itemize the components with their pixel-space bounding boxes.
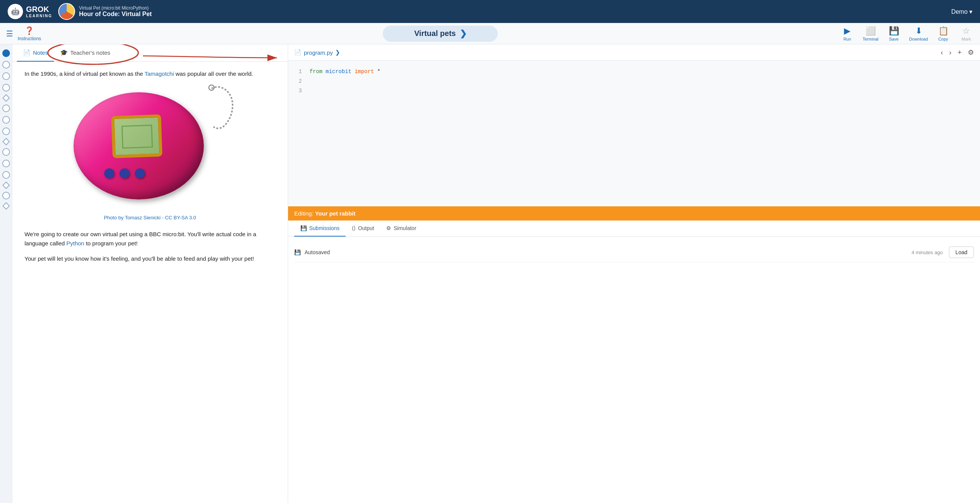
annotation-arrow	[139, 48, 285, 64]
editing-project: Your pet rabbit	[315, 210, 356, 217]
instructions-label: Instructions	[18, 36, 41, 41]
filename-display: 📄 program.py ❯	[294, 49, 340, 56]
step-15-diamond[interactable]	[2, 202, 10, 210]
tama-btn-left	[104, 168, 114, 178]
next-lesson-button[interactable]: ❯	[460, 29, 467, 39]
paragraph3: Your pet will let you know how it's feel…	[25, 254, 275, 263]
keyword-import: import	[355, 69, 374, 75]
python-link[interactable]: Python	[66, 240, 84, 247]
tab-submissions[interactable]: 💾 Submissions	[294, 220, 346, 237]
toolbar-left: ☰ ❓ Instructions	[6, 26, 41, 41]
code-panel: 📄 program.py ❯ ‹ › + ⚙ 1 from microbit	[288, 44, 980, 503]
submissions-area: 💾 Autosaved 4 minutes ago Load	[288, 237, 980, 503]
top-header: 🤖 GROK LEARNING Virtual Pet (micro:bit M…	[0, 0, 980, 23]
step-10[interactable]	[2, 148, 10, 156]
autosave-icon: 💾	[294, 249, 301, 255]
copy-button[interactable]: 📋 Copy	[936, 26, 951, 41]
header-left: 🤖 GROK LEARNING Virtual Pet (micro:bit M…	[8, 3, 152, 20]
chain-svg	[204, 85, 234, 131]
editing-bar: Editing: Your pet rabbit	[288, 206, 980, 220]
p2-after: to program your pet!	[84, 240, 138, 247]
step-3[interactable]	[2, 72, 10, 80]
tab-teachers-notes[interactable]: 🎓 Teacher's notes	[54, 44, 116, 62]
intro-text-before: In the 1990s, a kind of virtual pet know…	[25, 70, 144, 77]
tab-simulator[interactable]: ⚙ Simulator	[380, 220, 422, 237]
submissions-icon: 💾	[300, 225, 307, 231]
step-11[interactable]	[2, 160, 10, 167]
code-header: 📄 program.py ❯ ‹ › + ⚙	[288, 44, 980, 61]
p2-before: We're going to create our own virtual pe…	[25, 231, 256, 247]
autosave-left: 💾 Autosaved	[294, 249, 330, 255]
step-6[interactable]	[2, 105, 10, 112]
next-icon[interactable]: ›	[949, 49, 951, 57]
keyword-from: from	[310, 69, 323, 75]
code-editor[interactable]: 1 from microbit import * 2 3	[288, 61, 980, 206]
filename: program.py	[304, 49, 333, 56]
star-icon: ☆	[962, 26, 970, 36]
intro-paragraph: In the 1990s, a kind of virtual pet know…	[25, 69, 275, 78]
step-7[interactable]	[2, 116, 10, 124]
tamagotchi-image	[58, 85, 242, 215]
paragraph2: We're going to create our own virtual pe…	[25, 230, 275, 248]
run-icon: ▶	[844, 26, 851, 36]
tama-screen	[111, 114, 162, 158]
step-9-diamond[interactable]	[2, 138, 10, 145]
keyword-microbit: microbit	[326, 69, 351, 75]
step-5-diamond[interactable]	[2, 94, 10, 102]
teachers-notes-tab-wrapper: 🎓 Teacher's notes	[54, 44, 116, 61]
download-button[interactable]: ⬇ Download	[909, 26, 928, 41]
run-label: Run	[843, 37, 851, 41]
hamburger-button[interactable]: ☰	[6, 29, 13, 38]
line-num-3: 3	[294, 86, 302, 96]
notes-icon: 📄	[23, 49, 31, 56]
editing-label: Editing:	[294, 210, 313, 217]
logo-text: GROK LEARNING	[26, 5, 52, 18]
run-button[interactable]: ▶ Run	[840, 26, 855, 41]
settings-icon[interactable]: ⚙	[968, 48, 974, 57]
step-navigation	[0, 44, 12, 503]
tamagotchi-link[interactable]: Tamagotchi	[144, 70, 174, 77]
add-icon[interactable]: +	[957, 49, 962, 57]
tab-output[interactable]: ⟨⟩ Output	[346, 220, 380, 237]
download-label: Download	[909, 37, 928, 41]
demo-button[interactable]: Demo ▾	[951, 8, 972, 15]
save-icon: 💾	[889, 26, 899, 36]
toolbar-center: Virtual pets ❯	[41, 26, 839, 42]
code-line-3: 3	[294, 86, 974, 96]
tab-notes[interactable]: 📄 Notes	[17, 44, 54, 62]
line-num-2: 2	[294, 77, 302, 86]
autosaved-label: Autosaved	[305, 249, 330, 255]
load-button[interactable]: Load	[949, 247, 974, 258]
step-4[interactable]	[2, 84, 10, 91]
help-icon: ❓	[25, 26, 34, 35]
terminal-label: Terminal	[863, 37, 879, 41]
step-8[interactable]	[2, 127, 10, 135]
instructions-button[interactable]: ❓ Instructions	[18, 26, 41, 41]
prev-icon[interactable]: ‹	[941, 49, 943, 57]
code-line-1: 1 from microbit import *	[294, 67, 974, 77]
line-content-1: from microbit import *	[310, 67, 380, 77]
content-panel: 📄 Notes 🎓 Teacher's notes	[12, 44, 288, 503]
step-1[interactable]	[2, 49, 10, 57]
course-title: Hour of Code: Virtual Pet	[79, 11, 152, 18]
code-line-2: 2	[294, 77, 974, 86]
mark-label: Mark	[962, 37, 971, 41]
time-ago: 4 minutes ago	[911, 250, 943, 255]
step-12[interactable]	[2, 171, 10, 179]
tama-chain	[204, 85, 234, 131]
save-button[interactable]: 💾 Save	[886, 26, 901, 41]
teachers-notes-tab-label: Teacher's notes	[70, 49, 110, 56]
course-info: Virtual Pet (micro:bit MicroPython) Hour…	[79, 5, 152, 18]
step-13-diamond[interactable]	[2, 181, 10, 189]
lesson-title: Virtual pets	[414, 29, 456, 38]
tama-btn-mid	[120, 168, 129, 178]
output-icon: ⟨⟩	[352, 225, 356, 231]
step-14[interactable]	[2, 192, 10, 199]
lesson-title-bar: Virtual pets ❯	[383, 26, 498, 42]
mark-button[interactable]: ☆ Mark	[959, 26, 974, 41]
step-2[interactable]	[2, 61, 10, 69]
intro-text-after: was popular all over the world.	[174, 70, 253, 77]
output-label: Output	[358, 225, 374, 231]
terminal-button[interactable]: ⬜ Terminal	[863, 26, 879, 41]
download-icon: ⬇	[915, 26, 922, 36]
